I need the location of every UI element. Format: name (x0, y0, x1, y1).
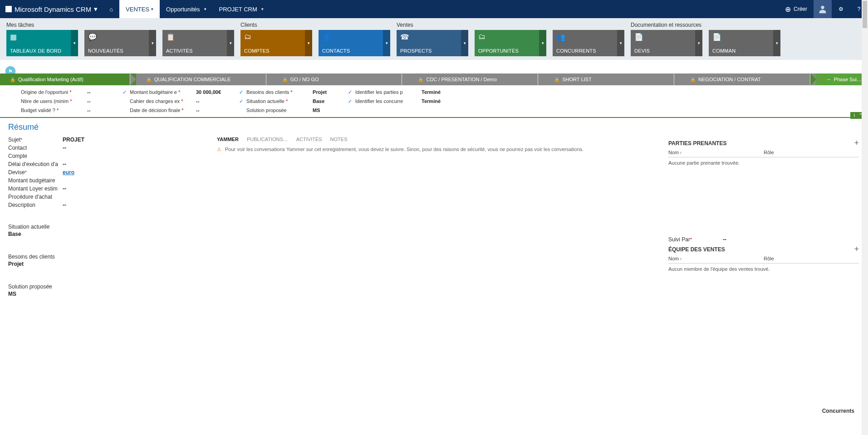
stage-field[interactable]: Cahier des charges ex *-- (123, 97, 221, 105)
field-label-besoins: Besoins des clients (8, 254, 63, 260)
field-value-desc[interactable]: -- (63, 202, 66, 208)
chevron-down-icon[interactable]: ▾ (383, 30, 390, 56)
stage-field-value: Terminé (422, 98, 441, 104)
chevron-down-icon[interactable]: ▾ (461, 30, 468, 56)
tile-tableaux-de-bord[interactable]: ▦TABLEAUX DE BORD▾ (6, 30, 78, 56)
tab-publications[interactable]: PUBLICATIONS… (247, 137, 288, 143)
tile-group-label: Clients (240, 22, 390, 29)
grid-col-role[interactable]: Rôle (764, 150, 859, 155)
stage-label: QUALIFICATION COMMERCIALE (154, 77, 230, 82)
stage-field-label: Nbre de users (minim * (21, 98, 84, 104)
chevron-down-icon[interactable]: ▾ (617, 30, 624, 56)
field-value-contact[interactable]: -- (63, 145, 66, 151)
stage-field-label: Origine de l'opportuni * (21, 89, 84, 95)
stage-5[interactable]: 🔒NEGOCIATION / CONTRAT (680, 73, 816, 85)
tile-group: Documentation et ressources📄DEVIS▾📄COMMA… (631, 22, 780, 56)
user-avatar[interactable] (814, 0, 832, 18)
stage-field-value: -- (87, 89, 90, 95)
stage-2[interactable]: 🔒GO / NO GO (272, 73, 408, 85)
grid-col-role-equipe[interactable]: Rôle (764, 256, 859, 261)
tile-activités[interactable]: 📋ACTIVITÉS▾ (162, 30, 234, 56)
field-value-sujet[interactable]: PROJET (63, 137, 84, 143)
tile-label: OPPORTUNITÉS (478, 48, 543, 54)
top-nav: Microsoft Dynamics CRM ▾ ⌂ VENTES ▾ Oppo… (0, 0, 868, 18)
stage-0[interactable]: 🔓Qualification Marketing (Actif) (0, 73, 136, 85)
chevron-down-icon[interactable]: ▾ (305, 30, 312, 56)
stage-field-value: -- (196, 98, 199, 104)
tab-yammer[interactable]: YAMMER (217, 137, 239, 143)
tab-notes[interactable]: NOTES (330, 137, 348, 143)
tile-label: TABLEAUX DE BORD (10, 48, 74, 54)
tile-prospects[interactable]: ☎PROSPECTS▾ (397, 30, 468, 56)
chevron-down-icon[interactable]: ▾ (695, 30, 702, 56)
brand[interactable]: Microsoft Dynamics CRM ▾ (0, 0, 103, 18)
chevron-down-icon[interactable]: ▾ (539, 30, 546, 56)
grid-col-nom[interactable]: Nom↑ (668, 150, 764, 155)
chevron-down-icon[interactable]: ▾ (227, 30, 234, 56)
tile-opportunités[interactable]: 🗂OPPORTUNITÉS▾ (475, 30, 546, 56)
field-label-compte: Compte (8, 153, 63, 159)
stage-field[interactable]: Budget validé ? *-- (14, 106, 104, 114)
chevron-down-icon[interactable]: ▾ (773, 30, 780, 56)
tab-activites[interactable]: ACTIVITÉS (296, 137, 322, 143)
warning-icon: ⚠ (217, 147, 221, 152)
stage-next[interactable]: → Phase Sui… (816, 73, 868, 85)
gear-icon: ⚙ (839, 6, 843, 12)
check-icon: ✓ (239, 89, 244, 95)
nav-opportunites[interactable]: Opportunités ▾ (160, 0, 212, 18)
field-label-devise: Devise (8, 169, 25, 176)
stage-field[interactable]: Date de décision finale *-- (123, 106, 221, 114)
tile-label: COMPTES (244, 48, 309, 54)
add-partie-button[interactable]: + (854, 138, 859, 148)
tile-devis[interactable]: 📄DEVIS▾ (631, 30, 702, 56)
stage-field-label: Cahier des charges ex * (130, 98, 193, 104)
tile-nouveautés[interactable]: 💬NOUVEAUTÉS▾ (84, 30, 156, 56)
lock-icon: 🔒 (418, 77, 423, 82)
field-value-situation[interactable]: Base (8, 231, 21, 237)
nav-ventes[interactable]: VENTES ▾ (119, 0, 160, 18)
stage-label: CDC / PRESENTATION / Demo (426, 77, 496, 82)
tile-label: CONCURRENTS (556, 48, 621, 54)
lock-icon: 🔒 (554, 77, 559, 82)
stage-field[interactable]: ✓Besoins des clients *Projet (239, 88, 330, 96)
stage-field-label: Identifier les concurre (355, 98, 419, 104)
create-button[interactable]: ⊕ Créer (779, 0, 814, 18)
stage-field[interactable]: ✓Identifier les concurreTerminé (348, 97, 441, 105)
form-column-left: Sujet*PROJET Contact-- Compte Délai d'ex… (8, 137, 199, 304)
field-value-devise[interactable]: euro (63, 169, 74, 176)
chevron-down-icon[interactable]: ▾ (149, 30, 156, 56)
stage-4[interactable]: 🔒SHORT LIST (544, 73, 680, 85)
settings-button[interactable]: ⚙ (832, 0, 850, 18)
field-value-suivi[interactable]: -- (723, 236, 726, 243)
tile-contacts[interactable]: 👤CONTACTS▾ (319, 30, 390, 56)
tile-label: CONTACTS (322, 48, 387, 54)
stage-field[interactable]: Nbre de users (minim *-- (14, 97, 104, 105)
stage-field-label: Identifier les parties p (355, 89, 419, 95)
stage-3[interactable]: 🔒CDC / PRESENTATION / Demo (408, 73, 544, 85)
grid-col-nom-equipe[interactable]: Nom↑ (668, 256, 764, 261)
tile-concurrents[interactable]: 👥CONCURRENTS▾ (553, 30, 624, 56)
add-equipe-button[interactable]: + (854, 244, 859, 254)
stage-field[interactable]: ✓Situation actuelle *Base (239, 97, 330, 105)
section-title: Résumé (8, 122, 859, 132)
nav-home[interactable]: ⌂ (103, 0, 119, 18)
field-value-besoins[interactable]: Projet (8, 261, 24, 267)
nav-projet-label: PROJET CRM (219, 6, 257, 13)
tile-icon: 📄 (634, 33, 699, 41)
stage-field[interactable]: Solution proposéeMS (239, 106, 330, 114)
nav-projet[interactable]: PROJET CRM ▾ (213, 0, 270, 18)
stage-field[interactable]: Origine de l'opportuni *-- (14, 88, 104, 96)
tile-comptes[interactable]: 🗂COMPTES▾ (240, 30, 312, 56)
tile-icon: 💬 (88, 33, 152, 41)
field-value-delai[interactable]: -- (63, 161, 66, 167)
field-value-loyer[interactable]: -- (63, 186, 66, 192)
field-label-contact: Contact (8, 145, 63, 151)
stage-1[interactable]: 🔒QUALIFICATION COMMERCIALE (136, 73, 272, 85)
chevron-down-icon[interactable]: ▾ (71, 30, 78, 56)
field-value-solution[interactable]: MS (8, 291, 16, 297)
tile-comman[interactable]: 📄COMMAN▾ (709, 30, 780, 56)
stage-field[interactable]: ✓Identifier les parties pTerminé (348, 88, 441, 96)
stage-field[interactable]: ✓Montant budgétaire e *30 000,00€ (123, 88, 221, 96)
tile-label: NOUVEAUTÉS (88, 48, 152, 54)
scrollbar-vertical[interactable] (862, 118, 868, 417)
